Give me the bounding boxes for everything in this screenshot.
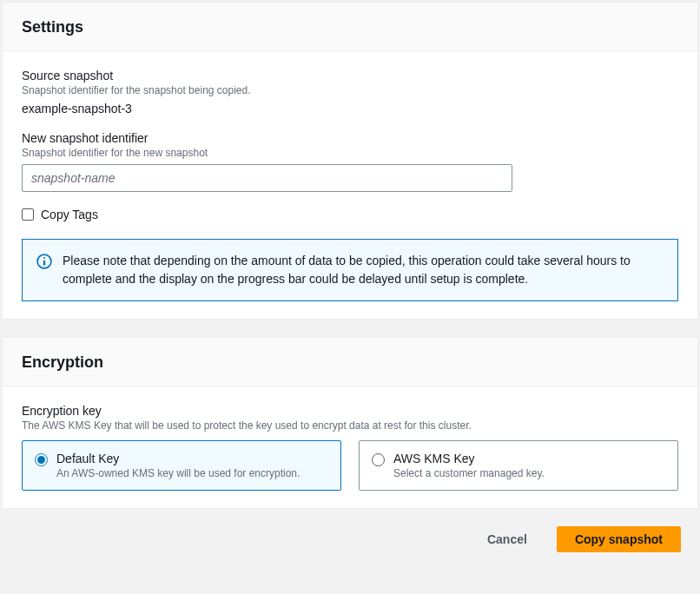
copy-tags-checkbox[interactable]: [22, 208, 34, 221]
new-snapshot-id-field: New snapshot identifier Snapshot identif…: [22, 131, 678, 192]
encryption-body: Encryption key The AWS KMS Key that will…: [3, 386, 697, 508]
radio-icon: [372, 453, 385, 466]
new-snapshot-id-input[interactable]: [22, 164, 512, 192]
radio-default-key-title: Default Key: [56, 452, 300, 465]
source-snapshot-hint: Snapshot identifier for the snapshot bei…: [22, 84, 678, 96]
radio-default-key[interactable]: Default Key An AWS-owned KMS key will be…: [22, 440, 341, 491]
encryption-panel: Encryption Encryption key The AWS KMS Ke…: [2, 337, 698, 509]
source-snapshot-value: example-snapshot-3: [22, 102, 678, 116]
copy-snapshot-button[interactable]: Copy snapshot: [557, 526, 681, 552]
settings-panel: Settings Source snapshot Snapshot identi…: [2, 2, 698, 320]
encryption-header: Encryption: [3, 338, 697, 386]
new-snapshot-id-hint: Snapshot identifier for the new snapshot: [22, 147, 678, 159]
svg-point-2: [43, 257, 45, 259]
new-snapshot-id-label: New snapshot identifier: [22, 131, 678, 145]
settings-title: Settings: [22, 18, 678, 36]
encryption-title: Encryption: [22, 353, 678, 372]
settings-header: Settings: [3, 3, 697, 51]
radio-kms-key[interactable]: AWS KMS Key Select a customer managed ke…: [359, 440, 678, 491]
source-snapshot-field: Source snapshot Snapshot identifier for …: [22, 69, 678, 116]
encryption-key-hint: The AWS KMS Key that will be used to pro…: [22, 419, 678, 432]
encryption-key-field: Encryption key The AWS KMS Key that will…: [22, 404, 678, 491]
radio-default-key-sub: An AWS-owned KMS key will be used for en…: [56, 467, 300, 479]
radio-kms-key-sub: Select a customer managed key.: [393, 467, 545, 479]
encryption-key-label: Encryption key: [22, 404, 678, 418]
info-icon: [36, 252, 52, 272]
radio-kms-key-title: AWS KMS Key: [393, 452, 545, 465]
source-snapshot-label: Source snapshot: [22, 69, 678, 82]
copy-tags-row[interactable]: Copy Tags: [22, 208, 678, 221]
info-banner-text: Please note that depending on the amount…: [63, 252, 664, 288]
cancel-button[interactable]: Cancel: [470, 526, 545, 552]
encryption-radio-row: Default Key An AWS-owned KMS key will be…: [22, 440, 678, 491]
settings-body: Source snapshot Snapshot identifier for …: [3, 51, 697, 319]
radio-icon: [35, 453, 48, 466]
info-banner: Please note that depending on the amount…: [22, 239, 678, 301]
copy-tags-label: Copy Tags: [41, 208, 98, 221]
action-buttons: Cancel Copy snapshot: [0, 509, 700, 558]
